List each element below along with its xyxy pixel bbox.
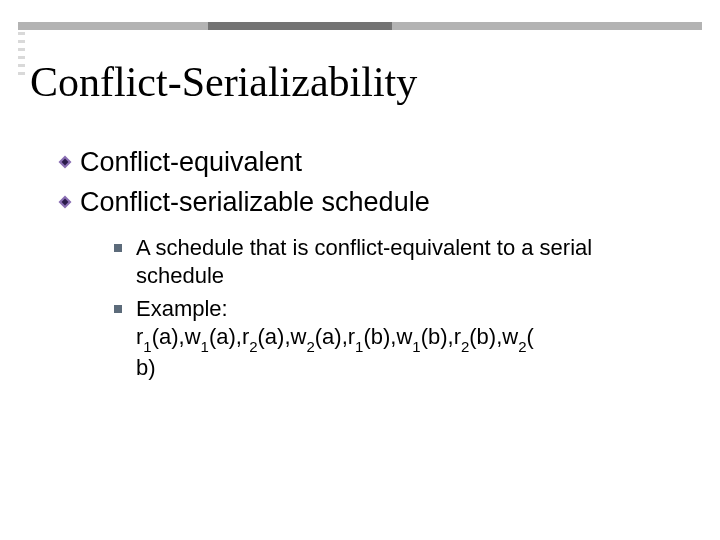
sub-bullet-text: A schedule that is conflict-equivalent t… <box>136 234 656 291</box>
left-tick-marks <box>18 32 26 84</box>
square-bullet-icon <box>114 244 122 252</box>
sub-bullet-group: A schedule that is conflict-equivalent t… <box>114 234 690 383</box>
bullet-conflict-serializable: Conflict-serializable schedule <box>58 186 690 220</box>
diamond-bullet-icon <box>58 155 72 169</box>
bullet-text: Conflict-equivalent <box>80 146 302 180</box>
square-bullet-icon <box>114 305 122 313</box>
slide-title: Conflict-Serializability <box>30 58 690 106</box>
top-divider-dark <box>208 22 392 30</box>
bullet-text: Conflict-serializable schedule <box>80 186 430 220</box>
sub-bullet-example: Example: r1(a),w1(a),r2(a),w2(a),r1(b),w… <box>114 295 690 383</box>
bullet-conflict-equivalent: Conflict-equivalent <box>58 146 690 180</box>
sub-bullet-text: Example: r1(a),w1(a),r2(a),w2(a),r1(b),w… <box>136 295 534 383</box>
example-label: Example: <box>136 296 228 321</box>
example-schedule: r1(a),w1(a),r2(a),w2(a),r1(b),w1(b),r2(b… <box>136 324 534 380</box>
sub-bullet-definition: A schedule that is conflict-equivalent t… <box>114 234 690 291</box>
slide-body: Conflict-Serializability Conflict-equiva… <box>30 58 690 520</box>
diamond-bullet-icon <box>58 195 72 209</box>
